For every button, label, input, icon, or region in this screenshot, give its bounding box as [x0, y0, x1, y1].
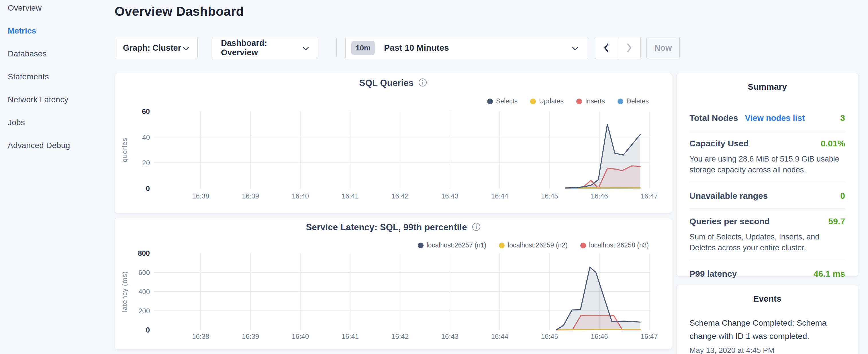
events-list: Schema Change Completed: Schema change w… — [689, 316, 845, 354]
svg-text:16:43: 16:43 — [441, 192, 459, 200]
summary-row-label: P99 latency — [689, 269, 737, 279]
service-latency-chart-card: Service Latency: SQL, 99th percentileloc… — [115, 218, 672, 350]
events-panel-title: Events — [677, 294, 858, 303]
now-button[interactable]: Now — [647, 37, 680, 59]
summary-row-value: 0.01% — [821, 139, 845, 148]
event-timestamp: May 13, 2020 at 4:45 PM — [689, 346, 845, 354]
summary-row-total-nodes: Total NodesView nodes list3 — [689, 105, 845, 131]
sidebar-item-statements[interactable]: Statements — [8, 72, 111, 95]
chevron-left-icon — [603, 43, 609, 53]
sidebar-item-network-latency[interactable]: Network Latency — [8, 95, 111, 118]
view-nodes-list-link[interactable]: View nodes list — [745, 114, 805, 123]
summary-row-value: 46.1 ms — [813, 269, 845, 279]
summary-row-label: Unavailable ranges — [689, 191, 768, 201]
svg-text:16:41: 16:41 — [342, 332, 359, 340]
svg-text:16:38: 16:38 — [192, 192, 209, 200]
time-window-label: Past 10 Minutes — [384, 43, 449, 53]
sql-queries-chart-card: SQL QueriesSelectsUpdatesInsertsDeletes0… — [115, 73, 672, 213]
next-time-button[interactable] — [618, 37, 641, 59]
time-window-badge: 10m — [351, 41, 375, 55]
svg-text:16:42: 16:42 — [392, 192, 409, 200]
sidebar-item-advanced-debug[interactable]: Advanced Debug — [8, 141, 111, 164]
time-range-dropdown[interactable]: 10m Past 10 Minutes — [345, 37, 588, 59]
svg-text:16:47: 16:47 — [641, 192, 658, 200]
sidebar-item-databases[interactable]: Databases — [8, 49, 111, 72]
svg-text:60: 60 — [142, 107, 150, 116]
summary-panel: Summary Total NodesView nodes list3Capac… — [676, 73, 858, 277]
svg-text:400: 400 — [138, 288, 150, 296]
dashboard-dropdown[interactable]: Dashboard: Overview — [212, 37, 318, 59]
page-title: Overview Dashboard — [115, 4, 244, 19]
sidebar-item-jobs[interactable]: Jobs — [8, 118, 111, 141]
summary-row-capacity-used: Capacity Used0.01%You are using 28.6 MiB… — [689, 131, 845, 183]
svg-text:0: 0 — [146, 185, 150, 192]
graph-scope-dropdown-label: Graph: Cluster — [123, 43, 181, 53]
summary-row-value: 3 — [840, 113, 845, 123]
summary-rows: Total NodesView nodes list3Capacity Used… — [689, 105, 845, 286]
svg-text:latency (ms): latency (ms) — [121, 271, 128, 312]
service-latency-chart[interactable]: 020040060080016:3816:3916:4016:4116:4216… — [115, 218, 672, 349]
svg-text:16:42: 16:42 — [392, 332, 409, 340]
svg-text:16:47: 16:47 — [641, 332, 658, 340]
svg-text:16:44: 16:44 — [491, 332, 508, 340]
summary-row-p99-latency: P99 latency46.1 ms — [689, 261, 845, 286]
sidebar-item-metrics[interactable]: Metrics — [8, 26, 111, 49]
toolbar-divider — [336, 38, 337, 57]
summary-panel-title: Summary — [677, 82, 858, 92]
summary-row-value: 0 — [840, 191, 845, 201]
dashboard-dropdown-label: Dashboard: Overview — [221, 38, 302, 57]
svg-text:16:41: 16:41 — [342, 192, 359, 200]
chevron-down-icon — [302, 43, 309, 53]
svg-text:16:40: 16:40 — [292, 192, 309, 200]
svg-text:16:44: 16:44 — [491, 192, 508, 200]
chevron-down-icon — [571, 43, 579, 53]
svg-text:16:45: 16:45 — [541, 192, 558, 200]
events-panel: Events Schema Change Completed: Schema c… — [676, 285, 858, 354]
svg-text:20: 20 — [142, 159, 150, 167]
sql-queries-chart[interactable]: 020406016:3816:3916:4016:4116:4216:4316:… — [115, 73, 672, 213]
sidebar-nav: OverviewMetricsDatabasesStatementsNetwor… — [8, 3, 111, 164]
svg-text:16:38: 16:38 — [192, 332, 209, 340]
summary-row-unavailable-ranges: Unavailable ranges0 — [689, 183, 845, 209]
event-message: Schema Change Completed: Schema change w… — [689, 316, 845, 343]
svg-text:16:46: 16:46 — [591, 332, 608, 340]
chevron-right-icon — [626, 43, 632, 53]
svg-text:16:39: 16:39 — [242, 332, 259, 340]
chevron-down-icon — [183, 43, 189, 53]
toolbar: Graph: Cluster Dashboard: Overview 10m P… — [115, 37, 681, 59]
svg-text:16:39: 16:39 — [242, 192, 259, 200]
svg-text:40: 40 — [142, 133, 150, 141]
summary-row-description: Sum of Selects, Updates, Inserts, and De… — [689, 231, 845, 253]
svg-text:200: 200 — [138, 307, 150, 315]
svg-text:0: 0 — [146, 326, 150, 334]
graph-scope-dropdown[interactable]: Graph: Cluster — [115, 37, 198, 59]
svg-text:16:40: 16:40 — [292, 332, 309, 340]
event-item[interactable]: Schema Change Completed: Schema change w… — [689, 316, 845, 354]
summary-row-label: Capacity Used — [689, 139, 749, 148]
summary-row-description: You are using 28.6 MiB of 515.9 GiB usab… — [689, 154, 845, 175]
svg-text:16:46: 16:46 — [591, 192, 608, 200]
sidebar-item-overview[interactable]: Overview — [8, 3, 111, 26]
svg-text:16:43: 16:43 — [441, 332, 459, 340]
time-step-buttons — [595, 37, 641, 59]
summary-row-label: Queries per second — [689, 217, 770, 226]
svg-text:queries: queries — [121, 138, 128, 162]
svg-text:16:45: 16:45 — [541, 332, 558, 340]
svg-text:800: 800 — [138, 249, 150, 257]
prev-time-button[interactable] — [595, 37, 618, 59]
summary-row-queries-per-second: Queries per second59.7Sum of Selects, Up… — [689, 209, 845, 261]
summary-row-label: Total Nodes — [689, 113, 738, 123]
svg-text:600: 600 — [138, 269, 150, 277]
summary-row-value: 59.7 — [829, 217, 845, 226]
